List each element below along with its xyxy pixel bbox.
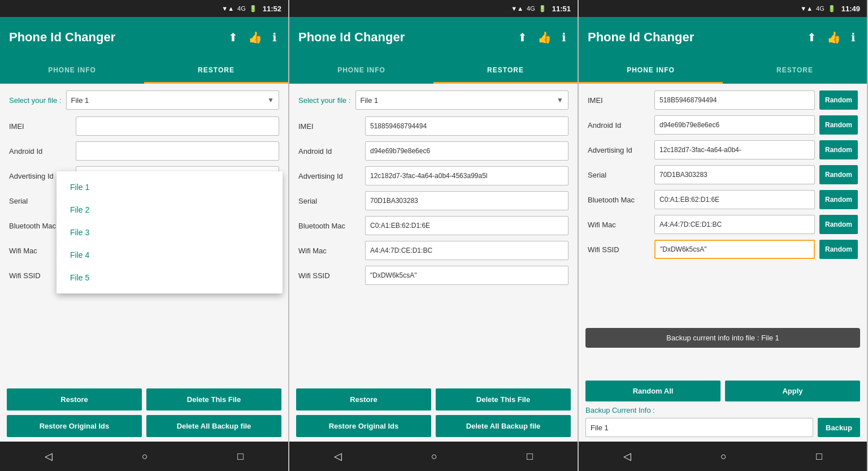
dropdown-item-file4[interactable]: File 4 bbox=[57, 244, 283, 266]
info-button-3[interactable]: ℹ bbox=[849, 28, 858, 46]
random-serial-3[interactable]: Random bbox=[819, 165, 858, 184]
tab-bar-1: PHONE INFO RESTORE bbox=[0, 58, 288, 84]
time-3: 11:49 bbox=[841, 5, 860, 13]
tab-restore-3[interactable]: RESTORE bbox=[723, 58, 867, 84]
random-adv-3[interactable]: Random bbox=[819, 140, 858, 159]
recent-button-1[interactable]: □ bbox=[226, 446, 255, 467]
random-all-button-3[interactable]: Random All bbox=[585, 381, 721, 401]
time-1: 11:52 bbox=[263, 5, 281, 13]
info-button-2[interactable]: ℹ bbox=[559, 28, 568, 46]
recent-button-3[interactable]: □ bbox=[805, 446, 834, 467]
random-android-3[interactable]: Random bbox=[819, 115, 858, 135]
back-button-1[interactable]: ◁ bbox=[33, 446, 64, 467]
random-bt-3[interactable]: Random bbox=[819, 190, 858, 209]
input-adv-2[interactable] bbox=[365, 166, 568, 185]
input-wifi-2[interactable] bbox=[365, 241, 568, 260]
dropdown-item-file5[interactable]: File 5 bbox=[57, 266, 283, 289]
input-android-1[interactable] bbox=[76, 141, 279, 161]
tab-phone-info-1[interactable]: PHONE INFO bbox=[0, 58, 144, 84]
btn-row-1b: Restore Original Ids Delete All Backup f… bbox=[7, 415, 281, 437]
signal-icon-1: ▼▲ bbox=[222, 5, 234, 12]
form-row-imei-3: IMEI Random bbox=[588, 90, 858, 110]
backup-label-3: Backup Current Info : bbox=[585, 406, 860, 414]
tab-restore-1[interactable]: RESTORE bbox=[144, 58, 288, 84]
form-row-wifi-2: Wifi Mac bbox=[298, 241, 568, 260]
label-android-2: Android Id bbox=[298, 147, 361, 155]
recent-button-2[interactable]: □ bbox=[515, 446, 544, 467]
select-field-2[interactable]: File 1 ▼ bbox=[355, 90, 569, 110]
input-serial-2[interactable] bbox=[365, 191, 568, 210]
backup-button-3[interactable]: Backup bbox=[818, 418, 860, 437]
input-android-2[interactable] bbox=[365, 141, 568, 161]
status-bar-1: ▼▲ 4G 🔋 11:52 bbox=[0, 0, 288, 17]
random-wifi-3[interactable]: Random bbox=[819, 215, 858, 234]
input-ssid-2[interactable] bbox=[365, 266, 568, 285]
info-button-1[interactable]: ℹ bbox=[270, 28, 279, 46]
select-row-2: Select your file : File 1 ▼ bbox=[298, 90, 568, 110]
select-field-1[interactable]: File 1 ▼ bbox=[66, 90, 280, 110]
restore-original-button-2[interactable]: Restore Original Ids bbox=[296, 415, 431, 437]
tab-phone-info-3[interactable]: PHONE INFO bbox=[579, 58, 723, 84]
restore-button-1[interactable]: Restore bbox=[7, 388, 142, 410]
input-imei-2[interactable] bbox=[365, 116, 568, 136]
btn-row-1a: Restore Delete This File bbox=[7, 388, 281, 410]
delete-file-button-2[interactable]: Delete This File bbox=[436, 388, 571, 410]
share-button-3[interactable]: ⬆ bbox=[805, 28, 819, 46]
restore-original-button-1[interactable]: Restore Original Ids bbox=[7, 415, 142, 437]
random-imei-3[interactable]: Random bbox=[819, 90, 858, 110]
label-adv-3: Advertising Id bbox=[588, 146, 650, 154]
form-row-serial-2: Serial bbox=[298, 191, 568, 210]
select-value-2: File 1 bbox=[361, 96, 379, 105]
random-ssid-3[interactable]: Random bbox=[819, 240, 858, 259]
nav-bar-1: ◁ ○ □ bbox=[0, 442, 288, 471]
input-bt-3[interactable] bbox=[654, 190, 815, 209]
label-bt-2: Bluetooth Mac bbox=[298, 222, 361, 230]
home-button-2[interactable]: ○ bbox=[420, 446, 449, 467]
input-imei-1[interactable] bbox=[76, 116, 279, 136]
dropdown-item-file2[interactable]: File 2 bbox=[57, 198, 283, 221]
back-button-2[interactable]: ◁ bbox=[323, 446, 353, 467]
backup-section-3: Backup Current Info : Backup bbox=[579, 406, 867, 442]
input-serial-3[interactable] bbox=[654, 165, 815, 184]
select-row-1: Select your file : File 1 ▼ bbox=[9, 90, 279, 110]
backup-input-3[interactable] bbox=[585, 418, 813, 437]
label-imei-1: IMEI bbox=[9, 122, 71, 131]
content-2: Select your file : File 1 ▼ IMEI Android… bbox=[289, 84, 578, 384]
thumb-button-3[interactable]: 👍 bbox=[824, 28, 843, 46]
dropdown-item-file3[interactable]: File 3 bbox=[57, 221, 283, 244]
back-button-3[interactable]: ◁ bbox=[612, 446, 643, 467]
restore-button-2[interactable]: Restore bbox=[296, 388, 431, 410]
apply-button-3[interactable]: Apply bbox=[725, 381, 860, 401]
input-ssid-3[interactable] bbox=[654, 240, 815, 259]
tooltip-3: Backup current info into file : File 1 bbox=[585, 328, 860, 348]
label-android-1: Android Id bbox=[9, 147, 71, 155]
form-row-android-1: Android Id bbox=[9, 141, 279, 161]
home-button-1[interactable]: ○ bbox=[131, 446, 159, 467]
input-imei-3[interactable] bbox=[654, 90, 815, 110]
tab-restore-2[interactable]: RESTORE bbox=[433, 58, 578, 84]
input-wifi-3[interactable] bbox=[654, 215, 815, 234]
share-button-1[interactable]: ⬆ bbox=[226, 28, 240, 46]
home-button-3[interactable]: ○ bbox=[709, 446, 738, 467]
app-bar-3: Phone Id Changer ⬆ 👍 ℹ bbox=[579, 17, 867, 58]
btn-row-2b: Restore Original Ids Delete All Backup f… bbox=[296, 415, 571, 437]
btn-row-2a: Restore Delete This File bbox=[296, 388, 571, 410]
delete-all-button-1[interactable]: Delete All Backup file bbox=[146, 415, 281, 437]
input-android-3[interactable] bbox=[654, 115, 815, 135]
app-title-1: Phone Id Changer bbox=[9, 30, 220, 45]
form-row-bt-3: Bluetooth Mac Random bbox=[588, 190, 858, 209]
input-adv-3[interactable] bbox=[654, 140, 815, 159]
label-serial-2: Serial bbox=[298, 197, 361, 205]
input-bt-2[interactable] bbox=[365, 216, 568, 235]
share-button-2[interactable]: ⬆ bbox=[515, 28, 530, 46]
label-wifi-3: Wifi Mac bbox=[588, 221, 650, 229]
thumb-button-1[interactable]: 👍 bbox=[246, 28, 264, 46]
bottom-buttons-2: Restore Delete This File Restore Origina… bbox=[289, 384, 578, 442]
tab-phone-info-2[interactable]: PHONE INFO bbox=[289, 58, 433, 84]
delete-file-button-1[interactable]: Delete This File bbox=[146, 388, 281, 410]
label-serial-3: Serial bbox=[588, 171, 650, 179]
thumb-button-2[interactable]: 👍 bbox=[535, 28, 554, 46]
nav-bar-3: ◁ ○ □ bbox=[579, 442, 867, 471]
dropdown-item-file1[interactable]: File 1 bbox=[57, 176, 283, 198]
delete-all-button-2[interactable]: Delete All Backup file bbox=[436, 415, 571, 437]
